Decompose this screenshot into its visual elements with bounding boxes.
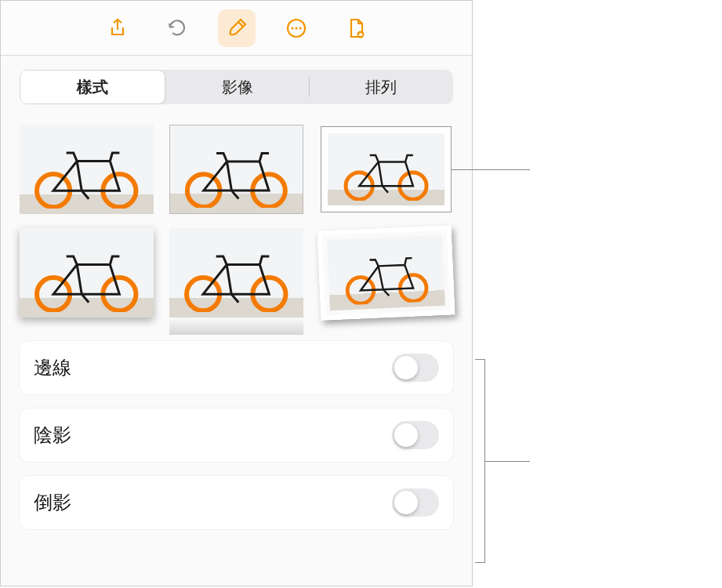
style-preset-frame[interactable]: [319, 125, 453, 214]
undo-button[interactable]: [158, 9, 196, 47]
tab-image[interactable]: 影像: [165, 70, 310, 104]
style-presets-grid: [20, 125, 453, 318]
style-preset-tilted-photo[interactable]: [317, 225, 455, 320]
top-toolbar: [1, 1, 472, 56]
style-preset-thin-border[interactable]: [169, 125, 303, 214]
option-border-row: 邊線: [20, 341, 453, 394]
tab-arrange[interactable]: 排列: [309, 70, 453, 104]
option-shadow-label: 陰影: [34, 423, 71, 448]
style-preset-reflection[interactable]: [169, 228, 303, 318]
option-shadow-toggle[interactable]: [392, 421, 439, 449]
svg-point-1: [291, 27, 293, 29]
option-reflection-row: 倒影: [20, 476, 453, 529]
callout-bracket-bottom: [475, 562, 484, 563]
style-preset-shadow[interactable]: [20, 228, 154, 318]
option-reflection-label: 倒影: [34, 490, 71, 515]
callout-line-styles: [452, 169, 530, 170]
style-preset-plain[interactable]: [20, 125, 154, 214]
svg-point-2: [295, 27, 297, 29]
option-reflection-toggle[interactable]: [392, 488, 439, 517]
option-border-label: 邊線: [34, 355, 71, 380]
format-panel: 樣式 影像 排列 邊線 陰影 倒影: [0, 0, 473, 586]
format-button[interactable]: [218, 9, 256, 47]
callout-line-options: [484, 461, 530, 462]
option-border-toggle[interactable]: [392, 354, 439, 382]
callout-bracket-top: [475, 359, 484, 360]
svg-point-3: [299, 27, 301, 29]
tab-style[interactable]: 樣式: [20, 70, 165, 104]
format-tabs: 樣式 影像 排列: [20, 70, 453, 104]
share-button[interactable]: [99, 9, 136, 47]
document-view-button[interactable]: [337, 9, 375, 47]
option-shadow-row: 陰影: [20, 408, 453, 462]
more-button[interactable]: [278, 9, 315, 47]
